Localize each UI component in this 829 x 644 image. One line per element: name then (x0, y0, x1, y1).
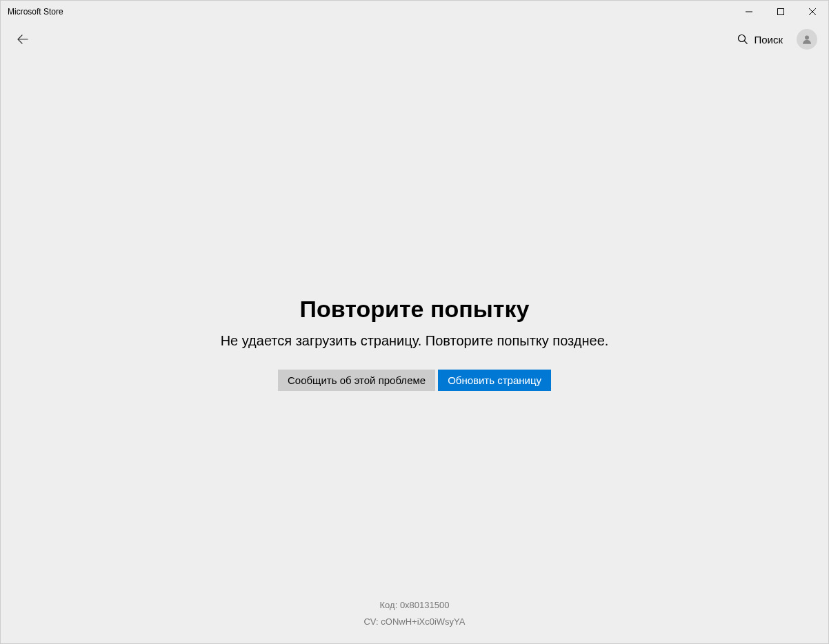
close-icon (809, 8, 816, 15)
close-button[interactable] (797, 1, 828, 22)
minimize-icon (746, 8, 752, 15)
error-panel: Повторите попытку Не удается загрузить с… (221, 296, 609, 391)
window-controls (733, 1, 828, 22)
search-label: Поиск (754, 34, 783, 46)
search-icon (737, 34, 748, 45)
error-code: Код: 0x80131500 (1, 597, 828, 613)
svg-point-6 (805, 35, 809, 39)
back-button[interactable] (9, 24, 37, 54)
header-right: Поиск (736, 29, 823, 50)
refresh-page-button[interactable]: Обновить страницу (438, 370, 551, 391)
titlebar: Microsoft Store (1, 1, 828, 22)
error-actions: Сообщить об этой проблеме Обновить стран… (278, 370, 551, 391)
window-title: Microsoft Store (8, 7, 63, 17)
error-title: Повторите попытку (300, 296, 530, 323)
user-icon (801, 33, 813, 46)
report-problem-button[interactable]: Сообщить об этой проблеме (278, 370, 435, 391)
svg-rect-1 (778, 8, 784, 14)
maximize-icon (777, 8, 784, 15)
search-button[interactable]: Поиск (736, 30, 784, 50)
error-cv: CV: cONwH+iXc0iWsyYA (1, 614, 828, 630)
minimize-button[interactable] (733, 1, 765, 22)
user-avatar-button[interactable] (797, 29, 817, 50)
diagnostic-info: Код: 0x80131500 CV: cONwH+iXc0iWsyYA (1, 597, 828, 630)
back-arrow-icon (17, 34, 28, 45)
main-content: Повторите попытку Не удается загрузить с… (1, 57, 828, 643)
svg-point-4 (739, 35, 746, 42)
svg-line-5 (745, 41, 748, 43)
maximize-button[interactable] (765, 1, 797, 22)
error-message: Не удается загрузить страницу. Повторите… (221, 331, 609, 350)
header-toolbar: Поиск (1, 22, 828, 57)
